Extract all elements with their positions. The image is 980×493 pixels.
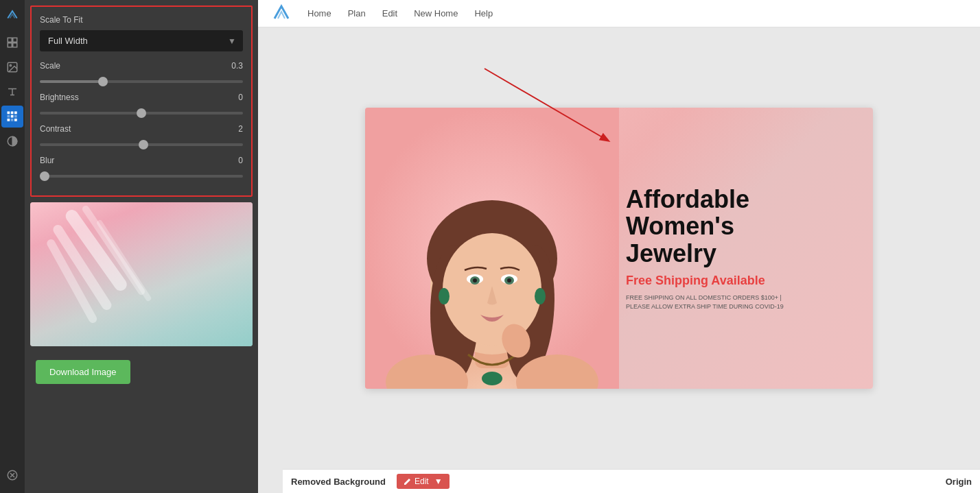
scale-to-fit-select-wrapper: Full Width Full Height Custom ▼ — [40, 30, 243, 51]
svg-rect-3 — [13, 43, 17, 47]
nav-item-edit[interactable]: Edit — [382, 8, 397, 19]
pattern-icon[interactable] — [1, 106, 23, 128]
text-icon[interactable] — [1, 81, 23, 103]
contrast-icon[interactable] — [1, 130, 23, 152]
banner-subtitle: Free Shipping Available — [626, 274, 859, 288]
svg-rect-1 — [13, 38, 17, 42]
svg-point-36 — [439, 288, 450, 304]
main-area: Home Plan Edit New Home Help — [258, 0, 980, 493]
close-icon[interactable] — [1, 464, 23, 486]
svg-rect-0 — [8, 38, 12, 42]
svg-rect-7 — [11, 112, 14, 115]
top-nav: Home Plan Edit New Home Help — [258, 0, 980, 27]
brightness-slider[interactable] — [40, 112, 243, 115]
bottom-bar: Removed Background Edit ▼ Origin — [283, 469, 980, 493]
thumbnail-image — [30, 202, 253, 346]
brightness-label: Brightness — [40, 93, 79, 102]
svg-rect-13 — [11, 119, 14, 121]
blur-slider[interactable] — [40, 175, 243, 178]
svg-rect-9 — [8, 115, 10, 118]
svg-rect-10 — [11, 115, 14, 118]
edit-dropdown-arrow-icon: ▼ — [434, 477, 443, 486]
svg-point-37 — [535, 288, 546, 304]
scale-to-fit-label: Scale To Fit — [40, 15, 243, 25]
svg-point-35 — [507, 278, 511, 282]
svg-point-34 — [473, 278, 477, 282]
top-nav-logo — [272, 2, 291, 25]
svg-rect-14 — [14, 119, 17, 121]
contrast-label: Contrast — [40, 124, 71, 134]
icon-sidebar — [0, 0, 25, 493]
controls-section: Scale To Fit Full Width Full Height Cust… — [30, 5, 253, 197]
edit-pencil-icon — [404, 477, 412, 485]
blur-value: 0 — [238, 156, 243, 165]
scale-slider[interactable] — [40, 80, 243, 83]
scale-label: Scale — [40, 61, 60, 71]
svg-rect-11 — [14, 115, 17, 118]
removed-bg-label: Removed Background — [291, 477, 386, 487]
scale-slider-row: Scale 0.3 — [40, 61, 243, 86]
scale-to-fit-select[interactable]: Full Width Full Height Custom — [40, 30, 243, 51]
brightness-slider-row: Brightness 0 — [40, 93, 243, 117]
scale-value: 0.3 — [231, 61, 243, 71]
banner-text-side: Affordable Women's Jewelry Free Shipping… — [619, 108, 873, 389]
banner-image: Affordable Women's Jewelry Free Shipping… — [365, 108, 873, 389]
image-icon[interactable] — [1, 56, 23, 78]
svg-rect-6 — [8, 112, 10, 115]
contrast-slider-row: Contrast 2 — [40, 124, 243, 149]
brightness-value: 0 — [238, 93, 243, 102]
edit-button[interactable]: Edit ▼ — [397, 474, 450, 489]
origin-label: Origin — [946, 477, 972, 487]
svg-rect-2 — [8, 43, 12, 47]
svg-point-5 — [10, 64, 11, 66]
svg-rect-8 — [14, 112, 17, 115]
contrast-value: 2 — [238, 124, 243, 134]
preview-thumbnail — [30, 202, 253, 346]
blur-label: Blur — [40, 156, 54, 165]
left-panel: Scale To Fit Full Width Full Height Cust… — [25, 0, 258, 493]
banner-fine-print: FREE SHIPPING ON ALL DOMESTIC ORDERS $10… — [626, 293, 859, 311]
nav-item-plan[interactable]: Plan — [348, 8, 366, 19]
app-logo-icon[interactable] — [3, 5, 22, 25]
grid-layout-icon[interactable] — [1, 32, 23, 53]
canvas-area: Affordable Women's Jewelry Free Shipping… — [258, 27, 980, 493]
banner-person-area — [365, 108, 619, 389]
nav-item-newhome[interactable]: New Home — [414, 8, 458, 19]
contrast-slider[interactable] — [40, 143, 243, 146]
nav-item-help[interactable]: Help — [474, 8, 493, 19]
banner-main-title: Affordable Women's Jewelry — [626, 186, 859, 267]
svg-point-38 — [482, 372, 502, 385]
svg-rect-12 — [8, 119, 10, 121]
blur-slider-row: Blur 0 — [40, 156, 243, 180]
nav-item-home[interactable]: Home — [307, 8, 331, 19]
download-image-button[interactable]: Download Image — [36, 360, 130, 384]
